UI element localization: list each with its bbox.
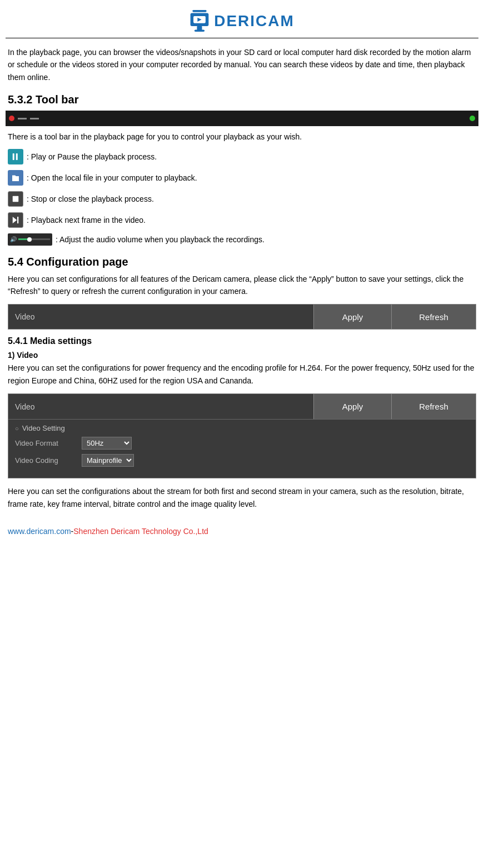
next-frame-icon: [11, 215, 21, 225]
toolbar-green-indicator: [470, 116, 475, 121]
section-541-description2: Here you can set the configurations abou…: [6, 485, 478, 510]
video-panel-header: Video Apply Refresh: [8, 394, 476, 420]
video-coding-label: Video Coding: [15, 456, 82, 465]
volume-thumb: [27, 237, 32, 242]
svg-rect-0: [192, 10, 206, 12]
svg-rect-7: [16, 153, 18, 160]
refresh-button-2[interactable]: Refresh: [391, 394, 476, 419]
dericam-logo-icon: [189, 10, 209, 32]
section-541-sub-heading: 1) Video: [8, 351, 478, 360]
next-frame-label: : Playback next frame in the video.: [27, 216, 146, 225]
config-panel-1: Video Apply Refresh: [8, 304, 476, 330]
video-format-row: Video Format 50Hz 60Hz: [15, 437, 469, 450]
play-pause-icon-box: [8, 149, 23, 164]
video-coding-row: Video Coding Mainprofile Baseline High: [15, 454, 469, 467]
section-532-heading: 5.3.2 Tool bar: [8, 93, 478, 106]
video-setting-group-label: Video Setting: [15, 424, 469, 432]
video-settings-panel: Video Apply Refresh Video Setting Video …: [8, 393, 476, 478]
footer-company: Shenzhen Dericam Technology Co.,Ltd: [73, 527, 208, 536]
open-file-label: : Open the local file in your computer t…: [27, 173, 197, 182]
stop-icon-box: [8, 191, 23, 207]
section-54-heading: 5.4 Configuration page: [8, 256, 478, 268]
svg-rect-10: [17, 217, 18, 223]
open-file-row: : Open the local file in your computer t…: [6, 170, 478, 186]
section-541-description: Here you can set the configurations for …: [6, 362, 478, 387]
stop-icon: [11, 194, 21, 204]
section-54-description: Here you can set configurations for all …: [6, 273, 478, 298]
toolbar-red-indicator: [9, 116, 14, 121]
video-panel-title: Video: [8, 394, 313, 419]
toolbar-dash-1: [18, 118, 27, 119]
toolbar-mockup: [6, 111, 478, 126]
footer-url[interactable]: www.dericam.com: [8, 527, 71, 536]
svg-marker-9: [13, 217, 17, 223]
video-format-select[interactable]: 50Hz 60Hz: [82, 437, 132, 450]
intro-paragraph: In the playback page, you can browser th…: [6, 46, 478, 83]
play-pause-icon: [11, 152, 21, 162]
logo-container: DERICAM: [6, 10, 478, 32]
svg-rect-4: [197, 26, 202, 30]
volume-label: : Adjust the audio volume when you playb…: [56, 235, 265, 244]
video-coding-select[interactable]: Mainprofile Baseline High: [82, 454, 134, 467]
stop-label: : Stop or close the playback process.: [27, 194, 154, 203]
apply-button-1[interactable]: Apply: [313, 305, 391, 329]
open-file-icon: [11, 173, 21, 183]
svg-rect-8: [13, 196, 19, 202]
config-panel-1-label: Video: [8, 305, 313, 329]
footer: www.dericam.com-Shenzhen Dericam Technol…: [6, 527, 478, 536]
refresh-button-1[interactable]: Refresh: [391, 305, 476, 329]
video-panel-body: Video Setting Video Format 50Hz 60Hz Vid…: [8, 420, 476, 478]
open-file-icon-box: [8, 170, 23, 186]
toolbar-description: There is a tool bar in the playback page…: [6, 131, 478, 143]
video-format-label: Video Format: [15, 439, 82, 447]
toolbar-dash-2: [30, 118, 39, 119]
apply-button-2[interactable]: Apply: [313, 394, 391, 419]
next-frame-row: : Playback next frame in the video.: [6, 212, 478, 228]
volume-control-icon: 🔊: [8, 233, 52, 246]
play-pause-label: : Play or Pause the playback process.: [27, 152, 157, 161]
volume-row: 🔊 : Adjust the audio volume when you pla…: [6, 233, 478, 246]
logo-text: DERICAM: [214, 12, 295, 30]
svg-rect-5: [194, 29, 204, 32]
next-frame-icon-box: [8, 212, 23, 228]
svg-rect-6: [13, 153, 14, 160]
section-541-heading: 5.4.1 Media settings: [8, 336, 478, 346]
volume-slider-line: [18, 238, 50, 240]
play-pause-row: : Play or Pause the playback process.: [6, 149, 478, 164]
page-header: DERICAM: [6, 6, 478, 38]
volume-slider-fill: [18, 238, 28, 240]
stop-row: : Stop or close the playback process.: [6, 191, 478, 207]
